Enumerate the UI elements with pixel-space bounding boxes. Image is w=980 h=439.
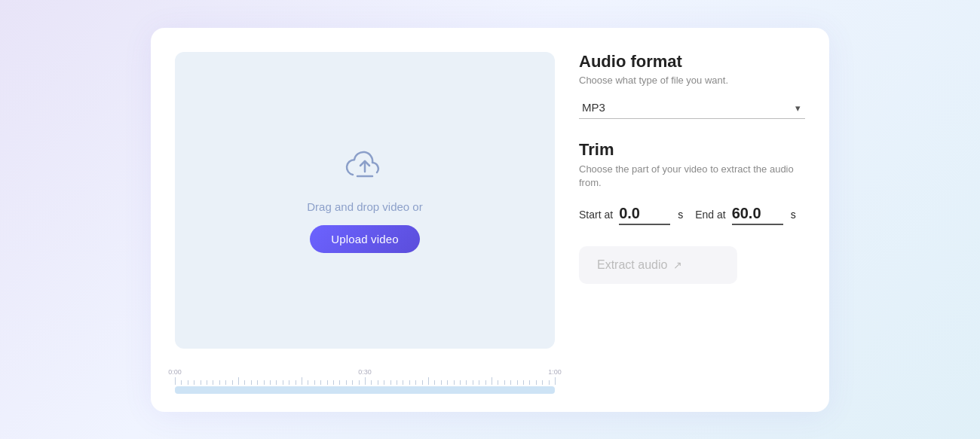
- controls-section: Audio format Choose what type of file yo…: [579, 52, 805, 394]
- upload-icon: [345, 148, 384, 190]
- timeline-section: 0:000:301:00: [175, 361, 555, 394]
- start-at-label: Start at: [579, 209, 613, 221]
- trim-desc: Choose the part of your video to extract…: [579, 163, 805, 190]
- card-inner: Drag and drop video or Upload video 0:00…: [175, 52, 805, 394]
- format-select[interactable]: MP3 WAV AAC OGG FLAC: [579, 96, 805, 119]
- format-select-wrapper: MP3 WAV AAC OGG FLAC ▾: [579, 96, 805, 119]
- drag-text: Drag and drop video or: [307, 200, 422, 213]
- start-at-group: Start at s: [579, 205, 683, 225]
- upload-video-button[interactable]: Upload video: [310, 225, 419, 253]
- timeline-ruler: 0:000:301:00: [175, 361, 555, 385]
- audio-format-desc: Choose what type of file you want.: [579, 75, 805, 86]
- trim-title: Trim: [579, 140, 805, 160]
- arrow-icon: ↗: [673, 259, 682, 271]
- extract-audio-button[interactable]: Extract audio ↗: [579, 246, 737, 284]
- audio-format-title: Audio format: [579, 52, 805, 72]
- start-unit: s: [678, 209, 683, 221]
- main-card: Drag and drop video or Upload video 0:00…: [151, 28, 829, 412]
- end-at-group: End at s: [695, 205, 795, 225]
- end-at-input[interactable]: [732, 205, 783, 225]
- extract-audio-label: Extract audio: [597, 258, 667, 272]
- drop-area[interactable]: Drag and drop video or Upload video: [175, 52, 555, 349]
- video-section: Drag and drop video or Upload video 0:00…: [175, 52, 555, 394]
- end-at-label: End at: [695, 209, 725, 221]
- trim-group: Trim Choose the part of your video to ex…: [579, 140, 805, 246]
- timeline-bar: [175, 386, 555, 394]
- trim-row: Start at s End at s: [579, 205, 805, 225]
- end-unit: s: [791, 209, 796, 221]
- start-at-input[interactable]: [619, 205, 670, 225]
- audio-format-group: Audio format Choose what type of file yo…: [579, 52, 805, 140]
